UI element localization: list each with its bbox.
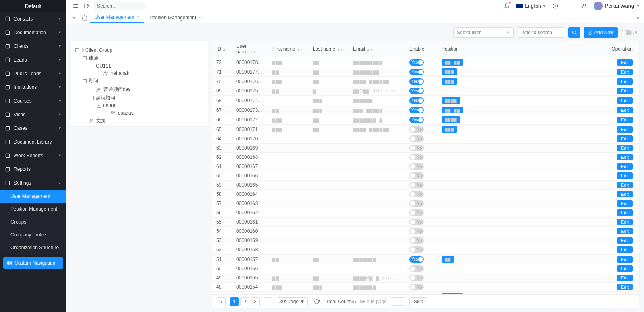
nav-item-clients[interactable]: Clients▼ [0, 39, 66, 53]
edit-button[interactable]: Edit [617, 97, 633, 104]
enable-toggle[interactable]: No [409, 145, 424, 151]
position-chip[interactable]: ▆▆▆▆ [442, 116, 460, 123]
enable-toggle[interactable]: No [409, 237, 424, 244]
page-number[interactable]: 1 [230, 297, 239, 306]
nav-item-cases[interactable]: Cases▼ [0, 121, 66, 135]
edit-button[interactable]: Edit [617, 59, 633, 66]
tabs-more-icon[interactable]: » [632, 12, 644, 23]
message-icon[interactable] [550, 1, 561, 11]
nav-item-leads[interactable]: Leads▼ [0, 53, 66, 67]
skip-page-input[interactable] [391, 297, 405, 306]
enable-toggle[interactable]: Yes [409, 59, 424, 66]
enable-toggle[interactable]: No [409, 265, 424, 272]
edit-button[interactable]: Edit [617, 126, 633, 133]
col-firstname[interactable]: First name▲▼ [268, 41, 309, 57]
expander-icon[interactable]: − [83, 56, 87, 60]
nav-item-visas[interactable]: Visas▼ [0, 108, 66, 121]
close-icon[interactable]: × [198, 15, 201, 20]
enable-toggle[interactable]: Yes [409, 78, 424, 85]
tree-node[interactable]: −66666 [75, 102, 204, 109]
add-new-button[interactable]: Add New [584, 27, 618, 38]
enable-toggle[interactable]: No [409, 191, 424, 197]
page-number[interactable]: 2 [240, 297, 249, 306]
nav-item-contacts[interactable]: Contacts▼ [0, 12, 66, 26]
close-icon[interactable]: × [137, 15, 139, 20]
toggle-all[interactable]: All [621, 30, 638, 35]
enable-toggle[interactable]: No [409, 284, 424, 290]
tree-node[interactable]: −顾问 [75, 77, 204, 85]
fullscreen-icon[interactable] [565, 1, 575, 11]
position-chip[interactable]: ▆▆ [442, 256, 454, 263]
nav-item-document-library[interactable]: Document Library [0, 135, 66, 149]
nav-item-work-reports[interactable]: Work Reports▼ [0, 149, 66, 162]
enable-toggle[interactable]: Yes [409, 107, 424, 113]
filter-search[interactable] [517, 27, 565, 38]
edit-button[interactable]: Edit [617, 284, 633, 290]
enable-toggle[interactable]: No [409, 163, 424, 170]
tab-user-management[interactable]: User Management× [90, 12, 144, 23]
edit-button[interactable]: Edit [617, 107, 633, 113]
edit-button[interactable]: Edit [617, 200, 633, 207]
tree-root[interactable]: − InClient Group [75, 47, 204, 54]
enable-toggle[interactable]: Yes [409, 88, 424, 94]
edit-button[interactable]: Edit [617, 209, 633, 216]
nav-subitem-company-profile[interactable]: Company Profile [0, 228, 66, 241]
edit-button[interactable]: Edit [617, 265, 633, 272]
edit-button[interactable]: Edit [617, 88, 633, 94]
language-selector[interactable]: English ▼ [516, 3, 546, 9]
tree-node[interactable]: dsadas [75, 109, 204, 117]
tab-position-management[interactable]: Position Management× [144, 12, 206, 23]
position-chip[interactable]: ▆▆ ▆▆ [442, 107, 463, 113]
expander-icon[interactable]: − [83, 79, 87, 83]
filter-select[interactable]: Select filter ▼ [453, 27, 514, 38]
expander-icon[interactable]: − [75, 48, 79, 52]
nav-subitem-position-management[interactable]: Position Management [0, 203, 66, 216]
pager-refresh-icon[interactable] [312, 296, 322, 307]
user-menu[interactable]: Peikai Wang ▼ [594, 2, 640, 10]
edit-button[interactable]: Edit [617, 154, 633, 160]
enable-toggle[interactable]: No [409, 200, 424, 207]
edit-button[interactable]: Edit [617, 172, 633, 179]
enable-toggle[interactable]: Yes [409, 69, 424, 75]
per-page-select[interactable]: 30/ Page ▼ [277, 297, 308, 306]
nav-subitem-user-management[interactable]: User Management [0, 190, 66, 203]
enable-toggle[interactable]: No [409, 182, 424, 188]
enable-toggle[interactable]: No [409, 126, 424, 133]
col-lastname[interactable]: Last name▲▼ [309, 41, 349, 57]
edit-button[interactable]: Edit [617, 182, 633, 188]
nav-item-courses[interactable]: Courses▼ [0, 94, 66, 108]
nav-item-settings[interactable]: Settings▲ [0, 176, 66, 190]
nav-item-reports[interactable]: Reports [0, 162, 66, 176]
edit-button[interactable]: Edit [617, 163, 633, 170]
global-search[interactable] [94, 2, 146, 10]
edit-button[interactable]: Edit [617, 78, 633, 85]
lock-icon[interactable] [579, 1, 590, 11]
edit-button[interactable]: Edit [617, 219, 633, 225]
tab-home-icon[interactable] [79, 12, 90, 23]
enable-toggle[interactable]: No [409, 154, 424, 160]
col-username[interactable]: User name▲▼ [232, 41, 268, 57]
enable-toggle[interactable]: No [409, 209, 424, 216]
position-chip[interactable]: ▆▆▆▆ [442, 97, 460, 104]
tree-node[interactable]: 普通顾问das [75, 85, 204, 94]
tree-node[interactable]: −律师 [75, 54, 204, 62]
enable-toggle[interactable]: Yes [409, 97, 424, 104]
enable-toggle[interactable]: No [409, 228, 424, 234]
nav-item-institutions[interactable]: Institutions▼ [0, 80, 66, 94]
nav-subitem-groups[interactable]: Groups [0, 216, 66, 228]
menu-collapse-icon[interactable] [70, 1, 81, 11]
page-prev[interactable]: ‹ [217, 297, 226, 306]
page-number[interactable]: 3 [251, 297, 260, 306]
skip-button[interactable]: Skip [409, 297, 427, 306]
filter-search-input[interactable] [520, 30, 561, 35]
tree-node[interactable]: −超级顾问 [75, 94, 204, 102]
search-input[interactable] [97, 3, 143, 9]
edit-button[interactable]: Edit [617, 145, 633, 151]
position-chip[interactable]: ▆▆▆ [442, 68, 457, 75]
col-email[interactable]: Email▲▼ [349, 41, 405, 57]
edit-button[interactable]: Edit [617, 275, 633, 281]
enable-toggle[interactable]: Yes [409, 256, 424, 263]
expander-icon[interactable]: − [90, 96, 94, 100]
tabs-prev-icon[interactable]: « [69, 12, 79, 23]
tree-node[interactable]: 文案 [75, 117, 204, 125]
